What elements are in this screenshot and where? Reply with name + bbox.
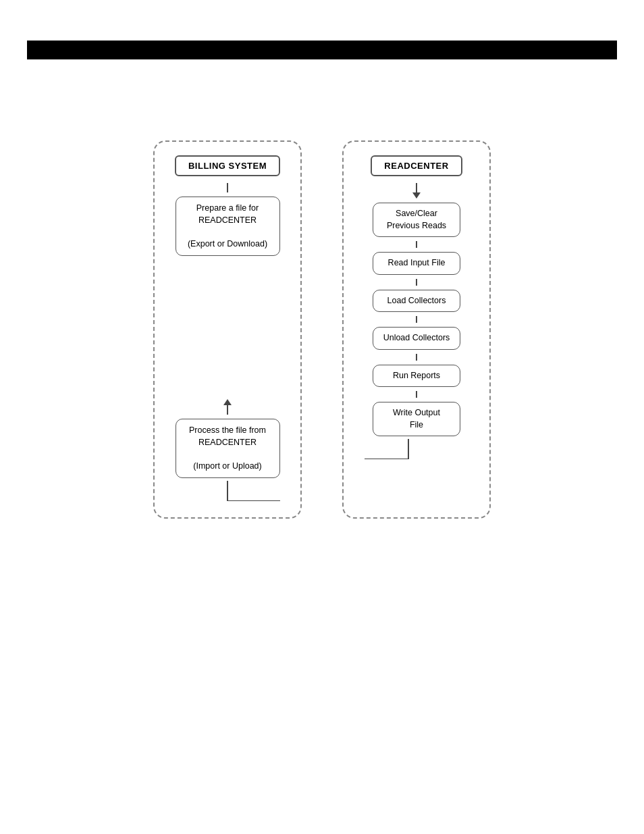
billing-step1-line2: READCENTER [198, 215, 257, 225]
billing-system-title: BILLING SYSTEM [175, 155, 280, 176]
billing-step2-line1: Process the file from [189, 425, 266, 435]
billing-step2-line3: (Import or Upload) [193, 461, 261, 471]
readcenter-title: READCENTER [371, 155, 462, 176]
arrow-rc-4 [416, 316, 417, 323]
arrow-billing-top [227, 183, 228, 192]
billing-step1-line1: Prepare a file for [196, 203, 259, 213]
billing-step1-line3: (Export or Download) [188, 239, 267, 249]
arrow-rc-5 [416, 354, 417, 361]
arrow-rc-1 [412, 183, 421, 199]
readcenter-step3: Load Collectors [373, 290, 460, 313]
arrow-rc-3 [416, 279, 417, 286]
readcenter-step2: Read Input File [373, 252, 460, 275]
readcenter-step5: Run Reports [373, 365, 460, 388]
readcenter-step6: Write OutputFile [373, 402, 460, 436]
black-bar [27, 41, 617, 59]
arrow-rc-2 [416, 241, 417, 248]
arrow-rc-6 [416, 391, 417, 398]
readcenter-container: READCENTER Save/ClearPrevious Reads Read… [342, 140, 491, 519]
billing-steps: Prepare a file for READCENTER (Export or… [171, 182, 284, 501]
bottom-connector-svg [176, 481, 280, 501]
billing-step1: Prepare a file for READCENTER (Export or… [176, 197, 280, 256]
readcenter-step4: Unload Collectors [373, 327, 460, 350]
billing-step2: Process the file from READCENTER (Import… [176, 419, 280, 478]
billing-system-container: BILLING SYSTEM Prepare a file for READCE… [153, 140, 302, 519]
readcenter-step1: Save/ClearPrevious Reads [373, 203, 460, 237]
bottom-connector-rc-svg [365, 439, 469, 459]
readcenter-steps: Save/ClearPrevious Reads Read Input File… [360, 182, 473, 501]
billing-step2-line2: READCENTER [198, 438, 257, 447]
arrow-billing-bottom [223, 399, 232, 415]
